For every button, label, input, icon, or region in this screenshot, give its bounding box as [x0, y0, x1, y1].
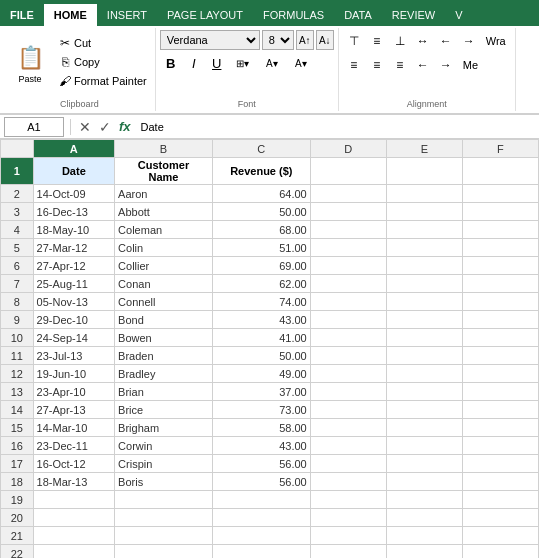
row-number[interactable]: 20: [1, 509, 34, 527]
cell-revenue[interactable]: 50.00: [212, 203, 310, 221]
cell-revenue[interactable]: 69.00: [212, 257, 310, 275]
col-header-e[interactable]: E: [386, 140, 462, 158]
cell-date[interactable]: 23-Jul-13: [33, 347, 115, 365]
row-number[interactable]: 14: [1, 401, 34, 419]
cell-empty-f[interactable]: [462, 257, 538, 275]
decrease-indent-button[interactable]: ←: [412, 54, 434, 76]
cancel-formula-button[interactable]: ✕: [77, 119, 93, 135]
cell-empty-f[interactable]: [462, 473, 538, 491]
cell-customer-name[interactable]: [115, 491, 213, 509]
underline-button[interactable]: U: [206, 52, 228, 74]
cell-empty-f[interactable]: [462, 239, 538, 257]
cell-empty-d[interactable]: [310, 185, 386, 203]
cell-empty-e[interactable]: [386, 473, 462, 491]
cell-customer-name[interactable]: Conan: [115, 275, 213, 293]
row-number[interactable]: 10: [1, 329, 34, 347]
row-number[interactable]: 1: [1, 158, 34, 185]
cell-date[interactable]: 23-Apr-10: [33, 383, 115, 401]
cell-empty-d[interactable]: [310, 365, 386, 383]
cell-empty-f[interactable]: [462, 203, 538, 221]
cell-empty-f[interactable]: [462, 311, 538, 329]
cell-date[interactable]: [33, 509, 115, 527]
col-header-c[interactable]: C: [212, 140, 310, 158]
cell-customer-name[interactable]: [115, 527, 213, 545]
cell-empty-f[interactable]: [462, 401, 538, 419]
indent-increase-button[interactable]: →: [458, 30, 480, 52]
cell-empty-e[interactable]: [386, 239, 462, 257]
cell-revenue[interactable]: [212, 491, 310, 509]
copy-button[interactable]: ⎘ Copy: [54, 53, 151, 71]
tab-page-layout[interactable]: PAGE LAYOUT: [157, 4, 253, 26]
cell-empty-d[interactable]: [310, 311, 386, 329]
cell-empty-e[interactable]: [386, 365, 462, 383]
cell-empty-e[interactable]: [386, 401, 462, 419]
formula-input[interactable]: [137, 117, 535, 137]
format-painter-button[interactable]: 🖌 Format Painter: [54, 72, 151, 90]
tab-view[interactable]: V: [445, 4, 472, 26]
cell-empty-d[interactable]: [310, 383, 386, 401]
header-revenue[interactable]: Revenue ($): [212, 158, 310, 185]
row-number[interactable]: 13: [1, 383, 34, 401]
cell-empty-d[interactable]: [310, 473, 386, 491]
cell-customer-name[interactable]: [115, 509, 213, 527]
cell-revenue[interactable]: 51.00: [212, 239, 310, 257]
cell-empty-d[interactable]: [310, 527, 386, 545]
cell-empty-e[interactable]: [386, 437, 462, 455]
cell-revenue[interactable]: 73.00: [212, 401, 310, 419]
cell-empty-f[interactable]: [462, 437, 538, 455]
cell-empty-e[interactable]: [386, 491, 462, 509]
cell-empty-f[interactable]: [462, 491, 538, 509]
wrap-text-button[interactable]: Wra: [481, 30, 511, 52]
cell-empty-f[interactable]: [462, 383, 538, 401]
cell-empty-e[interactable]: [386, 419, 462, 437]
cell-revenue[interactable]: 50.00: [212, 347, 310, 365]
cell-revenue[interactable]: 56.00: [212, 455, 310, 473]
cell-date[interactable]: 16-Oct-12: [33, 455, 115, 473]
cell-empty-d[interactable]: [310, 158, 386, 185]
cell-empty-d[interactable]: [310, 347, 386, 365]
cell-empty-f[interactable]: [462, 293, 538, 311]
cell-customer-name[interactable]: Bradley: [115, 365, 213, 383]
cell-revenue[interactable]: 56.00: [212, 473, 310, 491]
cell-empty-f[interactable]: [462, 158, 538, 185]
cell-empty-e[interactable]: [386, 455, 462, 473]
cell-empty-d[interactable]: [310, 239, 386, 257]
row-number[interactable]: 5: [1, 239, 34, 257]
increase-font-size-button[interactable]: A↑: [296, 30, 314, 50]
cell-customer-name[interactable]: Colin: [115, 239, 213, 257]
cell-empty-e[interactable]: [386, 527, 462, 545]
row-number[interactable]: 3: [1, 203, 34, 221]
align-left-button[interactable]: ≡: [343, 54, 365, 76]
cell-empty-e[interactable]: [386, 311, 462, 329]
row-number[interactable]: 19: [1, 491, 34, 509]
cell-empty-f[interactable]: [462, 419, 538, 437]
cell-revenue[interactable]: 43.00: [212, 437, 310, 455]
tab-data[interactable]: DATA: [334, 4, 382, 26]
cell-empty-e[interactable]: [386, 509, 462, 527]
row-number[interactable]: 8: [1, 293, 34, 311]
fill-color-button[interactable]: A▾: [258, 52, 286, 74]
spreadsheet[interactable]: A B C D E F 1DateCustomerNameRevenue ($)…: [0, 139, 539, 558]
cell-empty-d[interactable]: [310, 455, 386, 473]
align-middle-button[interactable]: ≡: [366, 30, 388, 52]
increase-indent-button[interactable]: →: [435, 54, 457, 76]
cell-revenue[interactable]: 49.00: [212, 365, 310, 383]
cell-empty-d[interactable]: [310, 293, 386, 311]
tab-insert[interactable]: INSERT: [97, 4, 157, 26]
col-header-d[interactable]: D: [310, 140, 386, 158]
cell-empty-e[interactable]: [386, 383, 462, 401]
cell-empty-d[interactable]: [310, 203, 386, 221]
cell-empty-d[interactable]: [310, 257, 386, 275]
cell-empty-d[interactable]: [310, 275, 386, 293]
row-number[interactable]: 15: [1, 419, 34, 437]
row-number[interactable]: 2: [1, 185, 34, 203]
font-name-selector[interactable]: Verdana: [160, 30, 260, 50]
cell-empty-e[interactable]: [386, 203, 462, 221]
cell-customer-name[interactable]: Brigham: [115, 419, 213, 437]
row-number[interactable]: 17: [1, 455, 34, 473]
cell-empty-f[interactable]: [462, 509, 538, 527]
cell-empty-e[interactable]: [386, 275, 462, 293]
cell-customer-name[interactable]: Bowen: [115, 329, 213, 347]
row-number[interactable]: 9: [1, 311, 34, 329]
cell-customer-name[interactable]: Brice: [115, 401, 213, 419]
